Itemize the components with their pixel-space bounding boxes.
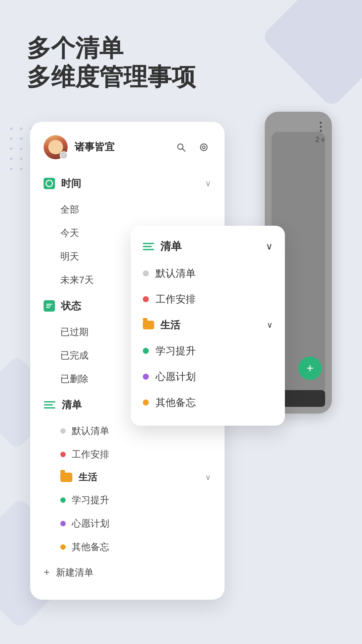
dropdown-dot-red — [143, 296, 149, 302]
dropdown-item-work[interactable]: 工作安排 — [131, 286, 285, 312]
dropdown-life-title: 生活 — [160, 318, 261, 332]
mockup-container: 2 ∨ + 诸事皆宜 — [30, 112, 332, 514]
settings-button[interactable] — [196, 140, 211, 155]
svg-point-3 — [202, 146, 205, 149]
dot-green-icon — [60, 497, 66, 503]
time-section-title: 时间 — [61, 177, 199, 191]
username-label: 诸事皆宜 — [74, 140, 115, 154]
dropdown-item-wish[interactable]: 心愿计划 — [131, 364, 285, 390]
search-button[interactable] — [174, 140, 188, 155]
time-section-chevron: ∨ — [205, 179, 211, 188]
dot-red-icon — [60, 452, 66, 457]
dot-gray-icon — [60, 428, 66, 434]
dropdown-card: 清单 ∨ 默认清单 工作安排 生活 ∨ 学习提升 心愿计划 其他备忘 — [131, 226, 285, 426]
sidebar-item-notes[interactable]: 其他备忘 — [30, 535, 225, 559]
dropdown-list-icon — [143, 241, 154, 252]
new-list-label: 新建清单 — [56, 566, 94, 579]
status-icon — [44, 300, 55, 312]
header-title-line1: 多个清单 — [27, 34, 335, 62]
svg-point-2 — [200, 144, 207, 151]
dropdown-title: 清单 — [160, 239, 260, 254]
dropdown-item-default[interactable]: 默认清单 — [131, 261, 285, 286]
life-group-title: 生活 — [78, 471, 199, 484]
life-group-chevron: ∨ — [205, 473, 211, 482]
dot-purple-icon — [60, 521, 66, 526]
time-icon — [44, 178, 55, 189]
phone-back-dots — [320, 122, 322, 132]
dropdown-folder-icon — [143, 321, 154, 329]
plus-icon: + — [44, 566, 50, 579]
sidebar-item-study[interactable]: 学习提升 — [30, 488, 225, 512]
sidebar-item-work-list[interactable]: 工作安排 — [30, 443, 225, 466]
sidebar-header-icons — [174, 140, 211, 155]
dropdown-dot-green — [143, 348, 149, 354]
header-title-line2: 多维度管理事项 — [27, 62, 335, 91]
avatar-wrap — [44, 135, 68, 159]
dropdown-item-notes[interactable]: 其他备忘 — [131, 390, 285, 416]
svg-line-1 — [182, 149, 185, 151]
phone-back-fab[interactable]: + — [298, 357, 322, 380]
sidebar-item-wish[interactable]: 心愿计划 — [30, 512, 225, 535]
sidebar-item-all[interactable]: 全部 — [30, 198, 225, 221]
folder-icon — [60, 473, 72, 482]
dropdown-chevron: ∨ — [266, 241, 273, 252]
new-list-button[interactable]: + 新建清单 — [30, 559, 225, 586]
dot-orange-icon — [60, 544, 66, 550]
list-icon — [44, 399, 56, 411]
dropdown-dot-purple — [143, 374, 149, 380]
dropdown-header[interactable]: 清单 ∨ — [131, 236, 285, 261]
header-section: 多个清单 多维度管理事项 — [0, 0, 362, 112]
dropdown-life-chevron: ∨ — [267, 320, 273, 330]
dropdown-item-study[interactable]: 学习提升 — [131, 338, 285, 364]
time-section-header[interactable]: 时间 ∨ — [30, 169, 225, 198]
avatar-verified-badge — [60, 151, 68, 159]
dropdown-dot-orange — [143, 399, 149, 406]
phone-back-counter: 2 ∨ — [315, 135, 325, 144]
dropdown-dot-gray — [143, 270, 149, 276]
dropdown-life-group-header[interactable]: 生活 ∨ — [131, 312, 285, 338]
sidebar-user-header: 诸事皆宜 — [30, 135, 225, 169]
life-group-header[interactable]: 生活 ∨ — [30, 466, 225, 488]
